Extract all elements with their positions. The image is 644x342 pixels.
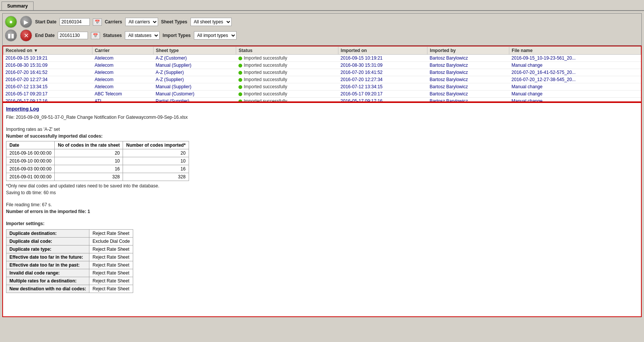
cell-file-name: Manual change: [509, 62, 641, 69]
end-date-label: End Date: [35, 33, 55, 38]
cell-imported-on: 2016-05-17 09:17:16: [338, 98, 427, 103]
statuses-label: Statuses: [103, 33, 122, 38]
table-row[interactable]: 2016-05-17 09:17:16 ATL Partial (Supplie…: [3, 98, 641, 103]
cell-imported-on: 2016-05-17 09:20:17: [338, 90, 427, 98]
cell-imported-by: Bartosz Barylowicz: [427, 69, 509, 76]
status-dot: [238, 92, 242, 96]
data-table: Received on ▼ Carrier Sheet type Status …: [3, 46, 641, 102]
start-date-input[interactable]: [60, 18, 90, 26]
cell-file-name: Manual change: [509, 98, 641, 103]
settings-value: Reject Rate Sheet: [89, 285, 133, 293]
import-types-label: Import Types: [163, 33, 191, 38]
sheet-types-select[interactable]: All sheet types: [191, 18, 232, 26]
settings-value: Exclude Dial Code: [89, 238, 133, 245]
cell-file-name: 2016-07-20_12-27-38-545_20...: [509, 76, 641, 83]
cell-carrier: ATL: [92, 98, 154, 103]
col-imported-by: Imported by: [427, 47, 509, 55]
inner-table-row: 2016-09-03 00:00:00 16 16: [6, 165, 189, 173]
end-date-calendar-button[interactable]: 📅: [91, 32, 100, 39]
log-panel: Importing Log File: 2016-09-09_09-51-37-…: [2, 102, 642, 317]
cell-sheet-type: A-Z (Supplier): [153, 76, 236, 83]
settings-value: Reject Rate Sheet: [89, 245, 133, 253]
status-text: Imported successfully: [244, 91, 287, 97]
start-icon-button[interactable]: ●: [5, 16, 17, 28]
settings-table: Duplicate destination: Reject Rate Sheet…: [6, 229, 133, 293]
sheet-types-label: Sheet Types: [161, 19, 188, 25]
statuses-select[interactable]: All statuses: [125, 31, 160, 40]
tab-bar: Summary: [0, 0, 644, 11]
end-date-input[interactable]: [58, 32, 88, 39]
carriers-select[interactable]: All carriers: [125, 18, 158, 26]
table-row[interactable]: 2016-05-17 09:20:17 ABC Telecom Manual (…: [3, 90, 641, 98]
cell-status: Imported successfully: [236, 69, 338, 76]
inner-cell-date: 2016-09-16 00:00:00: [6, 149, 55, 157]
cell-status: Imported successfully: [236, 98, 338, 103]
inner-cell-no-codes: 328: [55, 173, 123, 181]
stop-icon-button[interactable]: ✕: [20, 29, 32, 41]
log-file-reading: File reading time: 67 s.: [6, 202, 638, 207]
play-icon-button[interactable]: ▶: [20, 16, 32, 28]
inner-cell-no-codes: 10: [55, 157, 123, 165]
table-row[interactable]: 2016-09-15 10:19:21 Atelecom A-Z (Custom…: [3, 55, 641, 62]
cell-sheet-type: A-Z (Supplier): [153, 69, 236, 76]
status-text: Imported successfully: [244, 77, 287, 82]
log-title: Importing Log: [6, 106, 638, 112]
cell-imported-on: 2016-08-30 15:31:09: [338, 62, 427, 69]
log-saving-time: Saving to db time: 60 ms: [6, 190, 638, 195]
tab-summary[interactable]: Summary: [2, 2, 34, 10]
cell-imported-on: 2016-07-12 13:34:15: [338, 83, 427, 90]
settings-key: Multiple rates for a destination:: [6, 277, 89, 285]
pause-icon-button[interactable]: ▮▮: [5, 29, 17, 41]
status-text: Imported successfully: [244, 84, 287, 89]
inner-cell-date: 2016-09-01 00:00:00: [6, 173, 55, 181]
status-dot: [238, 64, 242, 67]
settings-row: Duplicate rate type: Reject Rate Sheet: [6, 245, 133, 253]
toolbar-row-2: ▮▮ ✕ End Date 📅 Statuses All statuses Im…: [5, 29, 639, 41]
inner-table-header-row: Date No of codes in the rate sheet Numbe…: [6, 141, 189, 149]
cell-carrier: Atelecom: [92, 62, 154, 69]
col-status: Status: [236, 47, 338, 55]
cell-file-name: Manual change: [509, 83, 641, 90]
import-types-select[interactable]: All import types: [194, 31, 237, 40]
inner-col-no-codes: No of codes in the rate sheet: [55, 141, 123, 149]
inner-cell-no-codes: 16: [55, 165, 123, 173]
carriers-label: Carriers: [105, 19, 122, 25]
start-date-calendar-button[interactable]: 📅: [93, 18, 102, 26]
settings-row: Duplicate destination: Reject Rate Sheet: [6, 230, 133, 238]
cell-status: Imported successfully: [236, 55, 338, 62]
col-carrier: Carrier: [92, 47, 154, 55]
status-dot: [238, 57, 242, 60]
cell-received-on: 2016-07-20 12:27:34: [3, 76, 92, 83]
table-row[interactable]: 2016-07-12 13:34:15 Atelecom Manual (Sup…: [3, 83, 641, 90]
cell-imported-by: Bartosz Barylowicz: [427, 83, 509, 90]
status-dot: [238, 100, 242, 102]
cell-imported-on: 2016-07-20 16:41:52: [338, 69, 427, 76]
inner-col-imported: Number of codes imported*: [123, 141, 189, 149]
cell-imported-by: Bartosz Barylowicz: [427, 90, 509, 98]
cell-file-name: 2016-09-15_10-19-23-561_20...: [509, 55, 641, 62]
cell-received-on: 2016-07-20 16:41:52: [3, 69, 92, 76]
col-file-name: File name: [509, 47, 641, 55]
inner-cell-no-codes: 20: [55, 149, 123, 157]
status-dot: [238, 71, 242, 75]
data-table-container: Received on ▼ Carrier Sheet type Status …: [2, 46, 642, 102]
cell-carrier: ABC Telecom: [92, 90, 154, 98]
settings-value: Reject Rate Sheet: [89, 277, 133, 285]
log-importing-as: Importing rates as 'A-Z' set: [6, 127, 638, 132]
table-row[interactable]: 2016-08-30 15:31:09 Atelecom Manual (Sup…: [3, 62, 641, 69]
col-imported-on: Imported on: [338, 47, 427, 55]
cell-received-on: 2016-05-17 09:20:17: [3, 90, 92, 98]
table-row[interactable]: 2016-07-20 12:27:34 Atelecom A-Z (Suppli…: [3, 76, 641, 83]
inner-col-date: Date: [6, 141, 55, 149]
status-text: Imported successfully: [244, 98, 287, 102]
settings-key: Duplicate rate type:: [6, 245, 89, 253]
log-footnote: *Only new dial codes and updated rates n…: [6, 183, 638, 189]
main-area: ● ▶ Start Date 📅 Carriers All carriers S…: [0, 11, 644, 319]
settings-row: Effective date too far in the past: Reje…: [6, 261, 133, 269]
log-codes-header: Number of successfully imported dial cod…: [6, 133, 638, 139]
cell-file-name: Manual change: [509, 90, 641, 98]
inner-table-row: 2016-09-16 00:00:00 20 20: [6, 149, 189, 157]
inner-cell-imported: 16: [123, 165, 189, 173]
table-row[interactable]: 2016-07-20 16:41:52 Atelecom A-Z (Suppli…: [3, 69, 641, 76]
inner-table-row: 2016-09-10 00:00:00 10 10: [6, 157, 189, 165]
